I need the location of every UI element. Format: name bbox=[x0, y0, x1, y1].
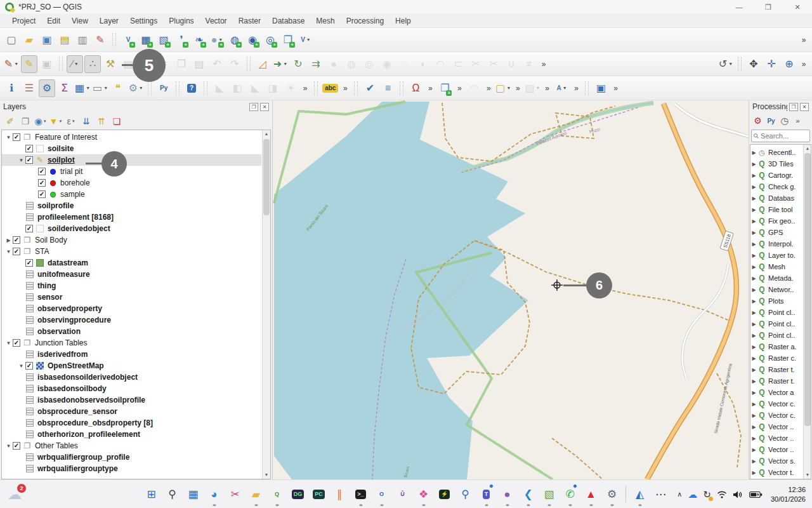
layer-item-otherhorizon-profileelement[interactable]: otherhorizon_profileelement bbox=[2, 429, 261, 440]
layer-item-soilsite[interactable]: ✓soilsite bbox=[2, 143, 261, 154]
taskbar-outlook-icon[interactable]: O bbox=[371, 481, 392, 507]
processing-group-check-g-[interactable]: ▶QCheck g. bbox=[750, 181, 802, 192]
layer-item-sta[interactable]: ▼✓❐STA bbox=[2, 246, 261, 257]
processing-group-vector-t-[interactable]: ▶QVector t. bbox=[750, 467, 802, 478]
processing-group-interpol-[interactable]: ▶QInterpol. bbox=[750, 238, 802, 250]
style-manager-button[interactable]: ✎ bbox=[92, 31, 108, 49]
taskbar-search-small-icon[interactable]: ⚲ bbox=[455, 481, 476, 507]
raster-local-histogram-button[interactable]: ◣ bbox=[211, 79, 228, 97]
trim-extend-button[interactable]: ≠ bbox=[521, 55, 537, 73]
layer-item-trial-pit[interactable]: ✓trial pit bbox=[2, 166, 261, 177]
processing-group-layer-to-[interactable]: ▶QLayer to. bbox=[750, 250, 802, 261]
trace-button[interactable]: ◠ bbox=[466, 79, 482, 97]
zoom-in-button[interactable]: ⊕ bbox=[781, 55, 797, 73]
layer-checkbox[interactable]: ✓ bbox=[38, 168, 46, 175]
processing-group-vector-c-[interactable]: ▶QVector c. bbox=[750, 410, 802, 421]
processing-overflow-icon[interactable]: » bbox=[791, 114, 804, 128]
processing-group-raster-t-[interactable]: ▶QRaster t. bbox=[750, 375, 802, 387]
python-console-button[interactable]: Py bbox=[155, 79, 172, 97]
taskbar-settings-icon[interactable]: ⚙ bbox=[601, 481, 622, 507]
layer-item-soilplot[interactable]: ▼✓✎soilplot bbox=[2, 154, 261, 166]
layout-manager-button[interactable]: ▤ bbox=[56, 31, 73, 49]
help-button[interactable]: ? bbox=[183, 79, 200, 97]
project-properties-button[interactable]: ▥ bbox=[74, 31, 91, 49]
db-manager-button[interactable]: ≡ bbox=[379, 79, 396, 97]
expander-icon[interactable]: ▼ bbox=[17, 363, 25, 369]
processing-group-plots[interactable]: ▶QPlots bbox=[750, 295, 802, 307]
taskbar-vscode-icon[interactable]: ❮ bbox=[518, 481, 539, 507]
layer-checkbox[interactable]: ✓ bbox=[13, 133, 20, 141]
layer-item-openstreetmap[interactable]: ▼✓OpenStreetMap bbox=[2, 360, 261, 371]
layer-item-isbasedonsoilbody[interactable]: isbasedonsoilbody bbox=[2, 383, 261, 394]
meta-overflow-icon[interactable]: » bbox=[610, 79, 620, 97]
add-raster-layer-button[interactable]: ▦+ bbox=[138, 31, 154, 49]
menu-processing[interactable]: Processing bbox=[341, 15, 390, 27]
menu-vector[interactable]: Vector bbox=[200, 15, 233, 27]
check-geometries-button[interactable]: ✔ bbox=[362, 79, 378, 97]
delete-ring-button[interactable]: ◌ bbox=[396, 55, 413, 73]
deselect-features-button[interactable]: ▨▼ bbox=[524, 79, 540, 97]
offset-curve-button[interactable]: ⊂ bbox=[450, 55, 466, 73]
select-features-button[interactable]: ▢▼ bbox=[495, 79, 511, 97]
layer-checkbox[interactable]: ✓ bbox=[38, 190, 46, 198]
layer-item-wrbqualifiergroup-profile[interactable]: wrbqualifiergroup_profile bbox=[2, 451, 261, 463]
layer-item-profileelement-8168-[interactable]: profileelement [8168] bbox=[2, 211, 261, 223]
snapping-overflow-icon[interactable]: » bbox=[425, 79, 435, 97]
processing-group-vector-s-[interactable]: ▶QVector s. bbox=[750, 455, 802, 467]
filter-legend-button[interactable]: ▼▼ bbox=[48, 114, 63, 128]
add-delimited-text-layer-button[interactable]: ❜+ bbox=[173, 31, 190, 49]
taskbar-image-editor-icon[interactable]: ▧ bbox=[539, 481, 560, 507]
layer-checkbox[interactable]: ✓ bbox=[13, 248, 20, 255]
layer-item-isbasedonsoilderivedobject[interactable]: isbasedonsoilderivedobject bbox=[2, 371, 261, 383]
processing-group-cartogr-[interactable]: ▶QCartogr. bbox=[750, 170, 802, 181]
add-group-button[interactable]: ❐ bbox=[18, 114, 33, 128]
statistical-summary-button[interactable]: Σ bbox=[56, 79, 73, 97]
processing-group-vector-[interactable]: ▶QVector .. bbox=[750, 421, 802, 432]
expander-icon[interactable]: ▼ bbox=[4, 340, 13, 346]
taskbar-qgis-icon[interactable]: Q bbox=[266, 481, 287, 507]
collapse-all-button[interactable]: ⇈ bbox=[94, 114, 109, 128]
menu-edit[interactable]: Edit bbox=[41, 15, 66, 27]
layer-checkbox[interactable]: ✓ bbox=[25, 259, 33, 267]
taskbar-acrobat-icon[interactable]: ▲ bbox=[580, 481, 601, 507]
layer-item-soilprofile[interactable]: soilprofile bbox=[2, 200, 261, 211]
layer-item-isderivedfrom[interactable]: isderivedfrom bbox=[2, 349, 261, 360]
add-spatialite-layer-button[interactable]: ❧+ bbox=[191, 31, 207, 49]
select-overflow-icon[interactable]: » bbox=[513, 79, 523, 97]
nav-overflow-icon[interactable]: » bbox=[799, 55, 809, 73]
add-wms-layer-button[interactable]: ◍+ bbox=[226, 31, 243, 49]
processing-group-3d-tiles[interactable]: ▶Q3D Tiles bbox=[750, 158, 802, 170]
expander-icon[interactable]: ▼ bbox=[4, 443, 13, 449]
add-wcs-layer-button[interactable]: ◎+ bbox=[262, 31, 278, 49]
group-overflow-icon[interactable]: » bbox=[454, 79, 464, 97]
layer-item-observedproperty[interactable]: observedproperty bbox=[2, 303, 261, 314]
layer-item-junction-tables[interactable]: ▼✓❐Junction Tables bbox=[2, 337, 261, 349]
undo-button[interactable]: ↶ bbox=[209, 55, 225, 73]
processing-group-point-cl-[interactable]: ▶QPoint cl.. bbox=[750, 330, 802, 341]
layer-item-isbasedonobservedsoilprofile[interactable]: isbasedonobservedsoilprofile bbox=[2, 394, 261, 406]
layer-item-other-tables[interactable]: ▼✓❐Other Tables bbox=[2, 440, 261, 451]
split-features-button[interactable]: ✂ bbox=[468, 55, 484, 73]
processing-group-vector-[interactable]: ▶QVector .. bbox=[750, 444, 802, 455]
close-button[interactable]: ✕ bbox=[783, 0, 812, 14]
labeling-overflow-icon[interactable]: » bbox=[571, 79, 581, 97]
scroll-up-icon[interactable]: ▲ bbox=[263, 130, 270, 138]
digitize-with-segment-button[interactable]: ∕▼ bbox=[67, 55, 83, 73]
add-ring-button[interactable]: ◍ bbox=[343, 55, 360, 73]
processing-group-gps[interactable]: ▶QGPS bbox=[750, 227, 802, 238]
taskbar-snipping-tool-icon[interactable]: ✂ bbox=[225, 481, 246, 507]
layer-checkbox[interactable]: ✓ bbox=[13, 442, 20, 450]
label-value-button[interactable]: abc bbox=[322, 79, 339, 97]
add-point-feature-button[interactable]: ∴ bbox=[84, 55, 101, 73]
snapping-button[interactable]: Ω bbox=[407, 79, 424, 97]
layer-checkbox[interactable]: ✓ bbox=[25, 225, 33, 232]
paste-features-button[interactable]: ▤ bbox=[191, 55, 207, 73]
processing-group-networ-[interactable]: ▶QNetwor.. bbox=[750, 284, 802, 295]
add-postgis-layer-button[interactable]: ●+▼ bbox=[209, 31, 225, 49]
expander-icon[interactable]: ▼ bbox=[17, 157, 25, 163]
layer-item-datastream[interactable]: ✓datastream bbox=[2, 257, 261, 269]
menu-help[interactable]: Help bbox=[390, 15, 417, 27]
processing-group-point-cl-[interactable]: ▶QPoint cl.. bbox=[750, 307, 802, 318]
expander-icon[interactable]: ▶ bbox=[4, 237, 13, 243]
menu-database[interactable]: Database bbox=[266, 15, 310, 27]
